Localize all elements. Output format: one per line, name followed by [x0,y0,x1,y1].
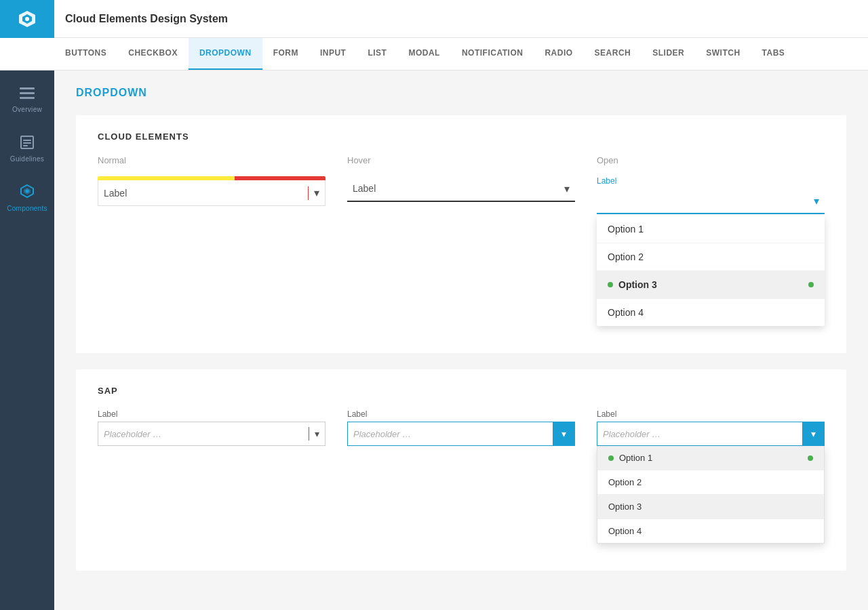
ce-option-3[interactable]: Option 3 [597,271,825,299]
ce-normal-col: Label ▾ [98,176,326,206]
sap-normal-placeholder: Placeholder … [104,429,303,439]
sap-open-arrow-btn[interactable]: ▾ [802,422,824,446]
cloud-elements-title: CLOUD ELEMENTS [98,131,825,142]
sap-section: SAP Label Placeholder … ▾ Label Placehol… [76,369,846,571]
hover-state-label: Hover [347,155,575,165]
normal-state-label: Normal [98,155,326,165]
logo-area [0,0,54,38]
sap-option-2-label: Option 2 [608,477,642,487]
svg-rect-7 [23,140,31,141]
tab-notification[interactable]: NOTIFICATION [451,38,534,70]
svg-rect-4 [20,92,35,94]
page-title: DROPDOWN [76,87,846,99]
tab-checkbox[interactable]: CHECKBOX [117,38,189,70]
ce-dropdown-control[interactable]: Label ▾ [98,180,326,206]
components-icon [20,184,35,202]
ce-option-3-dot-left [608,282,613,287]
sap-option-1[interactable]: Option 1 [597,446,824,470]
cloud-elements-section: CLOUD ELEMENTS Normal Hover Open Label ▾ [76,115,846,353]
tab-modal[interactable]: MODAL [397,38,451,70]
svg-point-12 [26,190,29,193]
svg-rect-3 [20,87,35,89]
ce-hover-dropdown[interactable]: Label ▾ [347,176,575,202]
svg-rect-5 [20,97,35,99]
sap-option-3-label: Option 3 [608,502,642,512]
content-area: DROPDOWN CLOUD ELEMENTS Normal Hover Ope… [54,70,868,610]
sap-normal-label: Label [98,409,326,419]
ce-option-1-label: Option 1 [608,224,644,235]
guidelines-icon [20,136,34,152]
sap-option-2[interactable]: Option 2 [597,470,824,495]
sap-hover-col: Label Placeholder … ▾ [347,409,575,446]
tab-list[interactable]: LIST [357,38,397,70]
sap-option-3[interactable]: Option 3 [597,495,824,519]
tab-slider[interactable]: SLIDER [642,38,695,70]
sidebar-item-overview-label: Overview [12,106,42,113]
ce-dropdown-divider [308,186,309,200]
sap-open-label: Label [597,409,825,419]
sap-option-1-dot-right [808,455,813,461]
sidebar-item-components-label: Components [7,205,47,212]
sap-normal-arrow-icon: ▾ [315,428,319,439]
ce-option-1[interactable]: Option 1 [597,216,825,243]
sap-normal-dropdown[interactable]: Placeholder … ▾ [98,422,326,446]
ce-open-field-label: Label [597,176,825,186]
ce-open-col: Label ▾ Option 1 Option 2 [597,176,825,326]
sidebar-item-guidelines-label: Guidelines [10,155,44,163]
tab-buttons[interactable]: BUTTONS [54,38,117,70]
sap-option-4-label: Option 4 [608,526,642,536]
sap-hover-placeholder: Placeholder … [353,429,553,439]
ce-dropdown-list: Option 1 Option 2 Option 3 [597,216,825,326]
ce-option-2[interactable]: Option 2 [597,243,825,271]
sidebar-item-overview[interactable]: Overview [0,76,54,125]
ce-dropdown-arrow-icon: ▾ [314,186,319,199]
ce-hover-dropdown-label: Label [353,183,564,194]
sap-normal-col: Label Placeholder … ▾ [98,409,326,446]
sap-hover-dropdown[interactable]: Placeholder … ▾ [347,422,575,446]
sap-title: SAP [98,386,825,396]
svg-rect-9 [23,145,28,146]
ce-hover-arrow-icon: ▾ [564,182,570,195]
ce-option-3-label: Option 3 [618,279,657,290]
nav-tabs: BUTTONS CHECKBOX DROPDOWN FORM INPUT LIS… [0,38,868,70]
ce-option-2-label: Option 2 [608,251,644,262]
tab-form[interactable]: FORM [262,38,309,70]
tab-input[interactable]: INPUT [309,38,357,70]
tab-radio[interactable]: RADIO [534,38,583,70]
sap-option-4[interactable]: Option 4 [597,519,824,543]
sidebar: Overview Guidelines Compone [0,70,54,610]
sap-dropdown-list: Option 1 Option 2 Option 3 Option 4 [597,446,825,544]
svg-rect-8 [23,142,31,144]
overview-icon [20,87,35,103]
tab-switch[interactable]: SWITCH [695,38,751,70]
app-title: Cloud Elements Design System [54,13,228,25]
ce-dropdown-label: Label [104,188,302,199]
app-logo-icon [16,8,38,30]
sap-hover-arrow-btn[interactable]: ▾ [553,422,574,446]
sap-open-dropdown[interactable]: Placeholder … ▾ [597,422,825,446]
ce-hover-col: Label ▾ [347,176,575,202]
ce-open-dropdown-header[interactable]: ▾ [597,188,825,214]
svg-point-2 [25,17,29,21]
ce-option-3-dot-right [808,282,814,287]
sidebar-item-guidelines[interactable]: Guidelines [0,125,54,174]
open-state-label: Open [597,155,825,165]
ce-option-4-label: Option 4 [608,307,644,318]
sap-option-1-dot-left [608,455,614,461]
sap-open-placeholder: Placeholder … [603,429,802,439]
ce-option-4[interactable]: Option 4 [597,299,825,326]
tab-search[interactable]: SEARCH [584,38,642,70]
sap-normal-divider [309,427,309,441]
sap-hover-label: Label [347,409,575,419]
sap-option-1-label: Option 1 [619,453,652,463]
top-header: Cloud Elements Design System [0,0,868,38]
main-layout: Overview Guidelines Compone [0,70,868,610]
sap-open-col: Label Placeholder … ▾ Option 1 [597,409,825,544]
ce-open-arrow-icon: ▾ [814,195,819,207]
sidebar-item-components[interactable]: Components [0,174,54,222]
tab-tabs[interactable]: TABS [751,38,796,70]
ce-normal-dropdown[interactable]: Label ▾ [98,176,326,206]
tab-dropdown[interactable]: DROPDOWN [189,38,262,70]
